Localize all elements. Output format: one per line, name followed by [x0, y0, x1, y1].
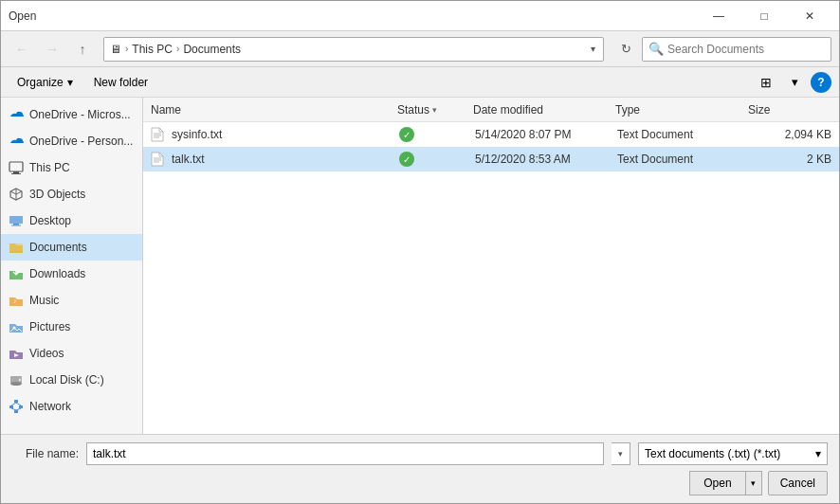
address-path: 🖥 › This PC › Documents	[110, 43, 589, 56]
col-header-size[interactable]: Size	[748, 103, 831, 117]
forward-button[interactable]: →	[39, 37, 65, 62]
file-icon	[151, 127, 166, 142]
maximize-button[interactable]: □	[742, 3, 786, 29]
svg-rect-0	[9, 162, 23, 171]
back-button[interactable]: ←	[9, 37, 35, 62]
new-folder-label: New folder	[94, 76, 148, 89]
videos-icon	[9, 346, 24, 361]
network-icon	[9, 399, 24, 414]
music-icon: ♪	[9, 293, 24, 308]
path-icon: 🖥	[110, 43, 121, 56]
svg-text:♪: ♪	[13, 297, 17, 304]
table-row[interactable]: talk.txt ✓ 5/12/2020 8:53 AM Text Docume…	[143, 147, 839, 171]
address-bar[interactable]: 🖥 › This PC › Documents ▾	[103, 37, 604, 62]
sidebar-item-downloads[interactable]: Downloads	[1, 261, 142, 287]
svg-rect-15	[9, 405, 13, 408]
sidebar-item-this-pc[interactable]: This PC	[1, 154, 142, 181]
action-bar: Organize ▾ New folder ⊞ ▾ ?	[1, 67, 839, 98]
view-dropdown-button[interactable]: ▾	[782, 71, 807, 94]
sidebar-item-local-disk[interactable]: Local Disk (C:)	[1, 367, 142, 393]
sidebar-item-music[interactable]: ♪ Music	[1, 287, 142, 314]
svg-rect-14	[14, 400, 18, 403]
col-header-status[interactable]: Status ▾	[397, 103, 473, 117]
sidebar-item-videos[interactable]: Videos	[1, 340, 142, 367]
col-header-type[interactable]: Type	[615, 103, 748, 117]
svg-rect-17	[14, 410, 18, 413]
svg-rect-6	[13, 224, 19, 225]
minimize-button[interactable]: —	[697, 3, 740, 29]
search-box[interactable]: 🔍	[642, 37, 831, 62]
desktop-icon	[9, 213, 24, 228]
title-bar: Open — □ ✕	[1, 1, 839, 31]
sidebar-item-3d-objects[interactable]: 3D Objects	[1, 181, 142, 207]
path-pc: This PC	[132, 43, 173, 56]
up-button[interactable]: ↑	[69, 37, 96, 62]
sidebar-item-label: Documents	[29, 241, 87, 254]
dialog-title: Open	[9, 9, 697, 23]
onedrive-person-icon	[9, 134, 24, 149]
3d-objects-icon	[9, 187, 24, 202]
organize-label: Organize	[17, 76, 64, 89]
svg-point-12	[10, 382, 22, 386]
file-type: Text Document	[617, 153, 750, 166]
refresh-button[interactable]: ↻	[613, 37, 638, 62]
view-button[interactable]: ⊞	[754, 71, 778, 94]
toolbar: ← → ↑ 🖥 › This PC › Documents ▾ ↻ 🔍	[1, 31, 839, 67]
svg-line-20	[11, 408, 16, 410]
sidebar-item-label: Videos	[29, 347, 64, 360]
documents-folder-icon	[9, 240, 24, 255]
sidebar-item-onedrive-person[interactable]: OneDrive - Person...	[1, 128, 142, 154]
open-button-group: Open ▾	[689, 471, 761, 495]
file-icon	[151, 152, 166, 167]
sidebar-item-onedrive-micro[interactable]: OneDrive - Micros...	[1, 101, 142, 128]
sidebar-item-desktop[interactable]: Desktop	[1, 207, 142, 234]
bottom-bar: File name: ▾ Text documents (.txt) (*.tx…	[1, 434, 839, 503]
svg-rect-16	[19, 405, 23, 408]
file-status: ✓	[399, 127, 475, 142]
file-size: 2 KB	[750, 153, 831, 166]
sidebar-item-documents[interactable]: Documents	[1, 234, 142, 261]
filename-input[interactable]	[86, 442, 604, 465]
filetype-select[interactable]: Text documents (.txt) (*.txt) ▾	[638, 442, 828, 465]
filetype-value: Text documents (.txt) (*.txt)	[645, 447, 780, 460]
sidebar-item-label: Network	[29, 400, 71, 413]
status-ok-icon: ✓	[399, 152, 414, 167]
filename-dropdown-button[interactable]: ▾	[612, 442, 630, 465]
main-area: OneDrive - Micros... OneDrive - Person..…	[1, 98, 839, 434]
view-grid-icon: ⊞	[760, 75, 772, 90]
sidebar-item-pictures[interactable]: Pictures	[1, 314, 142, 340]
sidebar-item-label: 3D Objects	[29, 188, 85, 201]
help-button[interactable]: ?	[811, 72, 831, 93]
organize-button[interactable]: Organize ▾	[9, 71, 82, 94]
sidebar-item-label: OneDrive - Person...	[29, 135, 133, 148]
svg-rect-1	[13, 171, 19, 173]
table-row[interactable]: sysinfo.txt ✓ 5/14/2020 8:07 PM Text Doc…	[143, 122, 839, 147]
svg-point-13	[19, 379, 22, 382]
file-list: sysinfo.txt ✓ 5/14/2020 8:07 PM Text Doc…	[143, 122, 839, 434]
file-date: 5/14/2020 8:07 PM	[475, 128, 617, 141]
content-area: Name Status ▾ Date modified Type Size	[143, 98, 839, 434]
svg-rect-7	[11, 225, 21, 226]
sidebar-item-label: OneDrive - Micros...	[29, 108, 131, 121]
close-button[interactable]: ✕	[788, 3, 831, 29]
sidebar-item-label: Pictures	[29, 320, 70, 333]
search-input[interactable]	[667, 43, 825, 56]
sidebar-item-label: Desktop	[29, 214, 71, 227]
col-header-name[interactable]: Name	[151, 103, 397, 117]
svg-line-21	[16, 408, 21, 410]
cancel-button[interactable]: Cancel	[768, 471, 828, 495]
new-folder-button[interactable]: New folder	[85, 71, 156, 94]
svg-rect-2	[11, 173, 21, 174]
buttons-row: Open ▾ Cancel	[12, 471, 828, 495]
sidebar-item-label: Downloads	[29, 267, 85, 280]
open-split-arrow-button[interactable]: ▾	[745, 471, 762, 495]
pictures-icon	[9, 319, 24, 334]
col-header-date[interactable]: Date modified	[473, 103, 615, 117]
sidebar-item-network[interactable]: Network	[1, 393, 142, 420]
filename-row: File name: ▾ Text documents (.txt) (*.tx…	[12, 442, 828, 465]
open-button[interactable]: Open	[689, 471, 744, 495]
address-dropdown-icon[interactable]: ▾	[589, 42, 597, 56]
sidebar-item-label: Music	[29, 294, 59, 307]
this-pc-icon	[9, 160, 24, 175]
file-size: 2,094 KB	[750, 128, 831, 141]
